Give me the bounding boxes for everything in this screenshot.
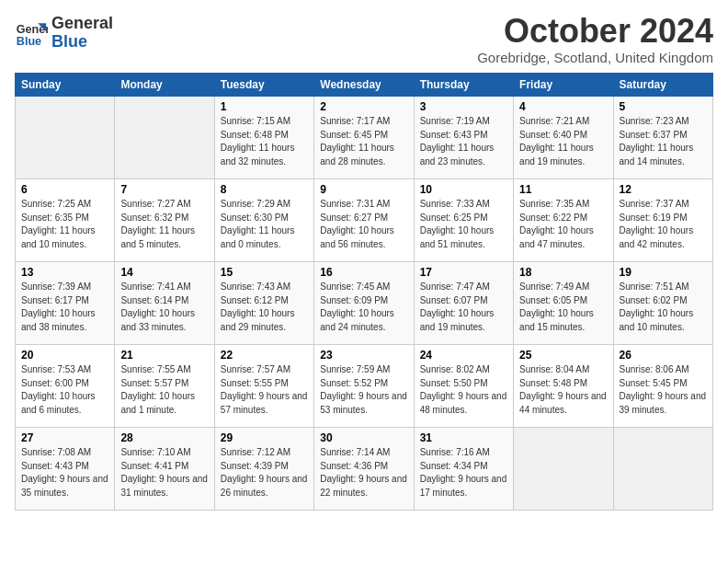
calendar-cell: 4Sunrise: 7:21 AM Sunset: 6:40 PM Daylig… [514,97,613,179]
day-number: 21 [120,349,208,362]
calendar-cell: 17Sunrise: 7:47 AM Sunset: 6:07 PM Dayli… [414,262,513,345]
week-row-1: 1Sunrise: 7:15 AM Sunset: 6:48 PM Daylig… [16,97,713,179]
logo-icon: General Blue [15,17,48,50]
calendar-cell: 15Sunrise: 7:43 AM Sunset: 6:12 PM Dayli… [214,262,313,345]
day-number: 15 [221,266,308,279]
day-number: 9 [320,183,407,196]
day-info: Sunrise: 7:19 AM Sunset: 6:43 PM Dayligh… [420,115,507,168]
calendar-cell [16,97,115,179]
day-number: 18 [519,266,607,279]
day-info: Sunrise: 7:35 AM Sunset: 6:22 PM Dayligh… [519,198,607,251]
day-info: Sunrise: 7:55 AM Sunset: 5:57 PM Dayligh… [120,363,208,417]
calendar-cell [115,97,214,179]
day-number: 8 [221,183,308,196]
calendar-cell: 3Sunrise: 7:19 AM Sunset: 6:43 PM Daylig… [414,97,513,179]
calendar-cell: 1Sunrise: 7:15 AM Sunset: 6:48 PM Daylig… [214,97,313,179]
calendar-cell: 12Sunrise: 7:37 AM Sunset: 6:19 PM Dayli… [613,179,712,262]
day-info: Sunrise: 7:14 AM Sunset: 4:36 PM Dayligh… [320,446,407,500]
calendar-cell: 20Sunrise: 7:53 AM Sunset: 6:00 PM Dayli… [16,345,115,428]
day-number: 11 [519,183,607,196]
day-info: Sunrise: 7:43 AM Sunset: 6:12 PM Dayligh… [221,281,308,334]
day-header-tuesday: Tuesday [214,74,313,97]
calendar-cell: 5Sunrise: 7:23 AM Sunset: 6:37 PM Daylig… [613,97,712,179]
day-number: 6 [21,183,108,196]
day-number: 17 [420,266,507,279]
logo-general-text: General [51,15,113,33]
day-header-friday: Friday [514,74,613,97]
day-info: Sunrise: 7:25 AM Sunset: 6:35 PM Dayligh… [21,198,108,251]
day-info: Sunrise: 7:21 AM Sunset: 6:40 PM Dayligh… [519,115,607,168]
calendar-table: SundayMondayTuesdayWednesdayThursdayFrid… [15,73,713,511]
calendar-cell: 10Sunrise: 7:33 AM Sunset: 6:25 PM Dayli… [414,179,513,262]
day-number: 31 [420,431,507,444]
header-row: SundayMondayTuesdayWednesdayThursdayFrid… [16,74,713,97]
day-info: Sunrise: 7:59 AM Sunset: 5:52 PM Dayligh… [320,363,407,417]
calendar-cell: 24Sunrise: 8:02 AM Sunset: 5:50 PM Dayli… [414,345,513,428]
title-block: October 2024 Gorebridge, Scotland, Unite… [477,15,713,65]
calendar-cell: 29Sunrise: 7:12 AM Sunset: 4:39 PM Dayli… [214,428,313,511]
day-info: Sunrise: 7:41 AM Sunset: 6:14 PM Dayligh… [120,281,208,334]
day-number: 10 [420,183,507,196]
week-row-4: 20Sunrise: 7:53 AM Sunset: 6:00 PM Dayli… [16,345,713,428]
day-info: Sunrise: 8:02 AM Sunset: 5:50 PM Dayligh… [420,363,507,417]
day-number: 14 [120,266,208,279]
calendar-cell: 13Sunrise: 7:39 AM Sunset: 6:17 PM Dayli… [16,262,115,345]
calendar-cell: 28Sunrise: 7:10 AM Sunset: 4:41 PM Dayli… [115,428,214,511]
day-info: Sunrise: 7:49 AM Sunset: 6:05 PM Dayligh… [519,281,607,334]
day-number: 5 [620,100,707,113]
calendar-cell: 7Sunrise: 7:27 AM Sunset: 6:32 PM Daylig… [115,179,214,262]
day-info: Sunrise: 7:57 AM Sunset: 5:55 PM Dayligh… [221,363,308,417]
calendar-cell: 11Sunrise: 7:35 AM Sunset: 6:22 PM Dayli… [514,179,613,262]
day-info: Sunrise: 7:15 AM Sunset: 6:48 PM Dayligh… [221,115,308,168]
day-info: Sunrise: 7:17 AM Sunset: 6:45 PM Dayligh… [320,115,407,168]
calendar-cell: 30Sunrise: 7:14 AM Sunset: 4:36 PM Dayli… [314,428,414,511]
day-number: 4 [519,100,607,113]
day-info: Sunrise: 7:12 AM Sunset: 4:39 PM Dayligh… [221,446,308,500]
day-info: Sunrise: 7:10 AM Sunset: 4:41 PM Dayligh… [120,446,208,500]
page-header: General Blue General Blue October 2024 G… [15,15,713,65]
day-info: Sunrise: 7:47 AM Sunset: 6:07 PM Dayligh… [420,281,507,334]
day-info: Sunrise: 7:27 AM Sunset: 6:32 PM Dayligh… [120,198,208,251]
day-info: Sunrise: 7:08 AM Sunset: 4:43 PM Dayligh… [21,446,108,500]
logo-blue-text: Blue [51,33,113,52]
day-number: 7 [120,183,208,196]
day-number: 30 [320,431,407,444]
day-info: Sunrise: 7:37 AM Sunset: 6:19 PM Dayligh… [620,198,707,251]
day-number: 12 [620,183,707,196]
day-number: 3 [420,100,507,113]
day-number: 20 [21,349,108,362]
day-number: 25 [519,349,607,362]
day-header-thursday: Thursday [414,74,513,97]
calendar-cell: 18Sunrise: 7:49 AM Sunset: 6:05 PM Dayli… [514,262,613,345]
day-number: 26 [620,349,707,362]
day-header-wednesday: Wednesday [314,74,414,97]
day-number: 19 [620,266,707,279]
day-info: Sunrise: 7:39 AM Sunset: 6:17 PM Dayligh… [21,281,108,334]
day-number: 29 [221,431,308,444]
day-number: 16 [320,266,407,279]
calendar-cell [514,428,613,511]
day-info: Sunrise: 7:51 AM Sunset: 6:02 PM Dayligh… [620,281,707,334]
calendar-cell: 16Sunrise: 7:45 AM Sunset: 6:09 PM Dayli… [314,262,414,345]
calendar-cell: 27Sunrise: 7:08 AM Sunset: 4:43 PM Dayli… [16,428,115,511]
calendar-cell: 14Sunrise: 7:41 AM Sunset: 6:14 PM Dayli… [115,262,214,345]
calendar-cell: 21Sunrise: 7:55 AM Sunset: 5:57 PM Dayli… [115,345,214,428]
week-row-2: 6Sunrise: 7:25 AM Sunset: 6:35 PM Daylig… [16,179,713,262]
day-info: Sunrise: 7:16 AM Sunset: 4:34 PM Dayligh… [420,446,507,500]
svg-text:Blue: Blue [17,34,41,47]
day-info: Sunrise: 7:31 AM Sunset: 6:27 PM Dayligh… [320,198,407,251]
calendar-cell: 19Sunrise: 7:51 AM Sunset: 6:02 PM Dayli… [613,262,712,345]
week-row-5: 27Sunrise: 7:08 AM Sunset: 4:43 PM Dayli… [16,428,713,511]
day-header-monday: Monday [115,74,214,97]
day-number: 28 [120,431,208,444]
month-title: October 2024 [477,15,713,48]
day-info: Sunrise: 7:53 AM Sunset: 6:00 PM Dayligh… [21,363,108,417]
week-row-3: 13Sunrise: 7:39 AM Sunset: 6:17 PM Dayli… [16,262,713,345]
calendar-cell: 23Sunrise: 7:59 AM Sunset: 5:52 PM Dayli… [314,345,414,428]
calendar-cell: 9Sunrise: 7:31 AM Sunset: 6:27 PM Daylig… [314,179,414,262]
day-header-sunday: Sunday [16,74,115,97]
calendar-cell: 31Sunrise: 7:16 AM Sunset: 4:34 PM Dayli… [414,428,513,511]
day-number: 1 [221,100,308,113]
day-info: Sunrise: 8:04 AM Sunset: 5:48 PM Dayligh… [519,363,607,417]
calendar-cell: 26Sunrise: 8:06 AM Sunset: 5:45 PM Dayli… [613,345,712,428]
